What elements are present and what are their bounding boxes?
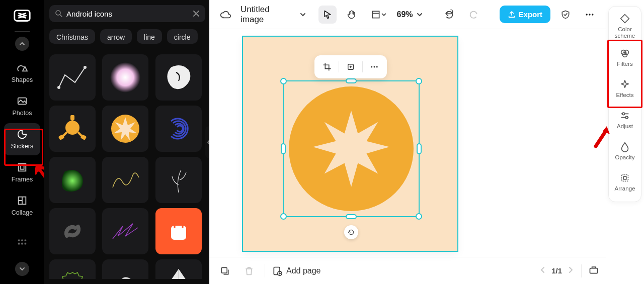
resize-canvas-button[interactable] xyxy=(367,6,391,24)
svg-rect-5 xyxy=(18,239,20,241)
sliders-icon xyxy=(619,110,630,121)
dots-icon xyxy=(585,10,595,20)
crop-button[interactable] xyxy=(318,58,336,75)
resize-handle-r[interactable] xyxy=(417,143,422,154)
frames-icon xyxy=(17,162,28,173)
svg-point-23 xyxy=(586,14,588,15)
cloud-sync-button[interactable] xyxy=(216,6,234,24)
undo-icon xyxy=(444,10,454,20)
rail-item-photos[interactable]: Photos xyxy=(4,90,40,122)
right-item-opacity[interactable]: Opacity xyxy=(609,135,641,166)
sticker-thumb[interactable] xyxy=(49,157,96,203)
layers-button[interactable] xyxy=(216,262,233,279)
svg-rect-30 xyxy=(221,267,227,273)
sticker-thumb[interactable] xyxy=(102,259,148,279)
rail-item-more[interactable] xyxy=(4,226,40,258)
selection-more-button[interactable] xyxy=(366,58,383,75)
expand-button[interactable] xyxy=(342,58,359,75)
clear-search-icon[interactable] xyxy=(192,10,200,18)
svg-point-13 xyxy=(57,86,60,89)
divider xyxy=(581,264,582,277)
select-tool-button[interactable] xyxy=(318,6,337,24)
sticker-thumb[interactable] xyxy=(155,259,202,279)
resize-handle-l[interactable] xyxy=(281,143,286,154)
rail-item-collage[interactable]: Collage xyxy=(4,190,40,222)
sticker-thumb[interactable] xyxy=(49,106,96,152)
hand-tool-button[interactable] xyxy=(343,6,361,24)
sticker-thumb[interactable] xyxy=(102,106,148,152)
chip-line[interactable]: line xyxy=(137,29,162,44)
sticker-thumb[interactable] xyxy=(102,157,148,203)
chevron-right-icon xyxy=(567,266,574,273)
resize-handle-tr[interactable] xyxy=(416,78,422,84)
chip-arrow[interactable]: arrow xyxy=(100,29,132,44)
sticker-thumb[interactable] xyxy=(155,54,202,101)
search-icon xyxy=(54,9,63,18)
right-item-arrange[interactable]: Arrange xyxy=(609,166,641,198)
right-item-color-scheme[interactable]: Color scheme xyxy=(609,11,641,42)
svg-point-29 xyxy=(376,66,378,68)
export-button[interactable]: Export xyxy=(500,6,551,23)
add-page-button[interactable]: Add page xyxy=(272,266,321,276)
chevron-down-icon xyxy=(381,12,387,18)
resize-handle-tl[interactable] xyxy=(280,78,287,84)
chip-christmas[interactable]: Christmas xyxy=(49,29,95,44)
svg-rect-2 xyxy=(19,164,26,171)
resize-handle-t[interactable] xyxy=(346,78,357,83)
rail-label: Collage xyxy=(12,209,33,216)
sticker-thumb[interactable] xyxy=(49,54,96,101)
right-item-filters[interactable]: Filters xyxy=(609,42,641,73)
droplet-icon xyxy=(619,141,630,152)
svg-rect-39 xyxy=(622,174,628,181)
redo-button[interactable] xyxy=(464,6,482,24)
layers-icon xyxy=(220,266,230,276)
app-logo[interactable] xyxy=(13,6,32,25)
fullscreen-pages-button[interactable] xyxy=(589,265,599,276)
rail-label: Shapes xyxy=(12,76,33,83)
sticker-scribble-icon xyxy=(108,162,143,198)
rail-scroll-down-button[interactable] xyxy=(15,262,29,276)
sticker-thumb[interactable] xyxy=(49,259,96,279)
svg-point-37 xyxy=(622,113,625,115)
sticker-thumb[interactable] xyxy=(49,208,96,254)
search-field-wrap[interactable] xyxy=(49,5,205,22)
rotate-handle[interactable] xyxy=(344,225,358,239)
next-page-button[interactable] xyxy=(567,266,574,275)
canvas-area[interactable] xyxy=(209,29,606,257)
zoom-dropdown[interactable]: 69% xyxy=(397,10,423,19)
resize-handle-b[interactable] xyxy=(346,214,357,219)
photos-icon xyxy=(17,96,28,107)
sticker-thumb[interactable] xyxy=(102,54,148,101)
rail-label: Photos xyxy=(13,110,32,117)
sticker-thumb[interactable] xyxy=(155,157,202,203)
prev-page-button[interactable] xyxy=(539,266,546,275)
sticker-thumb[interactable] xyxy=(155,208,202,254)
svg-point-28 xyxy=(374,66,375,68)
rail-label: Frames xyxy=(12,176,33,183)
document-title-dropdown[interactable]: Untitled image xyxy=(240,5,306,25)
more-menu-button[interactable] xyxy=(581,6,599,24)
cursor-icon xyxy=(323,10,333,20)
sticker-thumb[interactable] xyxy=(155,106,202,152)
svg-rect-33 xyxy=(590,268,598,273)
rail-collapse-button[interactable] xyxy=(15,37,29,51)
chip-circle[interactable]: circle xyxy=(167,29,198,44)
rail-item-stickers[interactable]: Stickers xyxy=(4,123,40,155)
rail-item-shapes[interactable]: Shapes xyxy=(4,57,40,89)
svg-rect-6 xyxy=(21,239,23,241)
sticker-starburst-icon xyxy=(108,111,143,146)
svg-rect-8 xyxy=(18,243,20,245)
hand-icon xyxy=(347,10,357,20)
resize-handle-br[interactable] xyxy=(416,213,422,220)
sticker-thumb[interactable] xyxy=(102,208,148,254)
briefcase-icon xyxy=(589,265,599,275)
sticker-node-icon xyxy=(55,111,90,146)
rail-item-frames[interactable]: Frames xyxy=(4,156,40,188)
selection-box[interactable] xyxy=(283,80,420,217)
shield-button[interactable] xyxy=(556,6,575,24)
right-item-adjust[interactable]: Adjust xyxy=(609,104,641,135)
search-input[interactable] xyxy=(66,10,189,18)
right-item-effects[interactable]: Effects xyxy=(609,73,641,104)
undo-button[interactable] xyxy=(440,6,458,24)
resize-handle-bl[interactable] xyxy=(280,213,287,220)
